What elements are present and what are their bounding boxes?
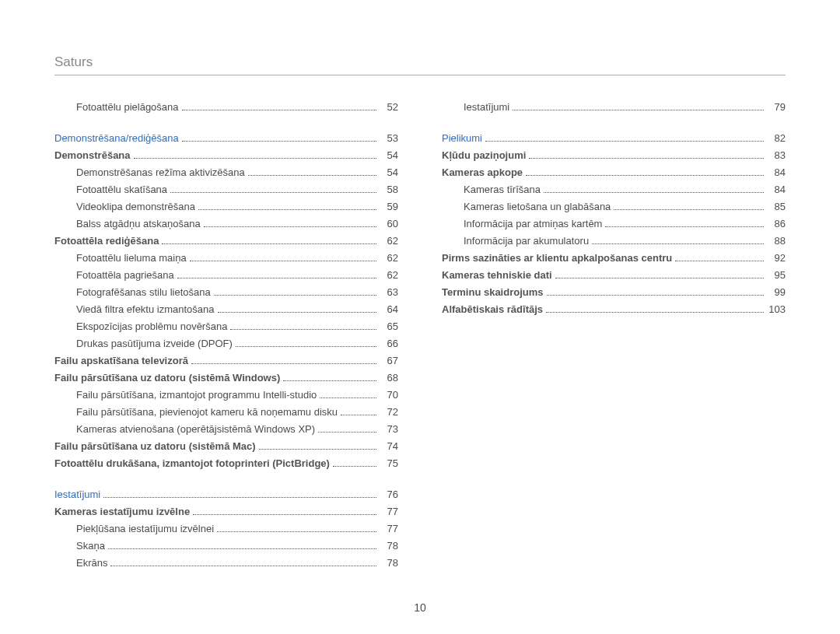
toc-entry[interactable]: Kameras atvienošana (operētājsistēmā Win… — [54, 421, 398, 438]
toc-leader-dots — [177, 270, 376, 278]
toc-entry[interactable]: Fotoattēlu skatīšana58 — [54, 181, 398, 198]
toc-entry[interactable]: Informācija par akumulatoru88 — [442, 233, 786, 250]
toc-leader-dots — [341, 407, 376, 415]
toc-leader-dots — [675, 253, 764, 261]
toc-entry-page: 60 — [380, 215, 398, 233]
toc-entry[interactable]: Piekļūšana iestatījumu izvēlnei77 — [54, 520, 398, 538]
toc-leader-dots — [108, 541, 376, 549]
toc-entry[interactable]: Kameras tīrīšana84 — [442, 181, 786, 198]
toc-entry[interactable]: Skaņa78 — [54, 538, 398, 555]
toc-entry[interactable]: Ekrāns78 — [54, 555, 398, 572]
toc-entry[interactable]: Videoklipa demonstrēšana59 — [54, 198, 398, 215]
toc-leader-dots — [318, 424, 376, 433]
toc-entry-page: 77 — [380, 520, 398, 538]
toc-entry-page: 79 — [767, 99, 786, 116]
toc-leader-dots — [544, 184, 764, 193]
toc-leader-dots — [592, 236, 764, 244]
toc-entry[interactable]: Kameras apkope84 — [442, 164, 786, 181]
toc-entry[interactable]: Kļūdu paziņojumi83 — [442, 147, 786, 164]
toc-entry-page: 62 — [380, 250, 398, 267]
toc-entry[interactable]: Pielikumi82 — [442, 130, 786, 147]
toc-entry[interactable]: Fotografēšanas stilu lietošana63 — [54, 284, 398, 301]
toc-entry-page: 95 — [767, 267, 786, 284]
toc-entry-page: 88 — [767, 233, 786, 250]
toc-entry[interactable]: Fotoattēlu pielāgošana52 — [54, 99, 398, 116]
toc-entry-label: Drukas pasūtījuma izveide (DPOF) — [76, 335, 233, 352]
toc-entry-label: Fotoattēlu lieluma maiņa — [76, 250, 187, 267]
toc-entry[interactable]: Demonstrēšanas režīma aktivizēšana54 — [54, 164, 398, 181]
toc-entry-label: Demonstrēšana — [54, 147, 131, 164]
toc-entry-label: Piekļūšana iestatījumu izvēlnei — [76, 520, 214, 538]
toc-entry-page: 75 — [380, 455, 398, 472]
toc-leader-dots — [103, 489, 376, 498]
toc-entry[interactable]: Failu pārsūtīšana, pievienojot kameru kā… — [54, 404, 398, 421]
toc-entry[interactable]: Demonstrēšana/rediģēšana53 — [54, 130, 398, 147]
toc-leader-dots — [198, 201, 376, 210]
toc-entry-label: Kameras atvienošana (operētājsistēmā Win… — [76, 421, 315, 438]
toc-entry-page: 52 — [380, 99, 398, 116]
toc-entry[interactable]: Viedā filtra efektu izmantošana64 — [54, 301, 398, 318]
toc-entry[interactable]: Demonstrēšana54 — [54, 147, 398, 164]
toc-entry-page: 74 — [380, 438, 398, 455]
toc-entry-label: Ekrāns — [76, 555, 107, 572]
toc-entry[interactable]: Iestatījumi76 — [54, 486, 398, 503]
toc-entry[interactable]: Pirms sazināties ar klientu apkalpošanas… — [442, 250, 786, 267]
toc-entry-label: Fotoattēlu drukāšana, izmantojot fotopri… — [54, 455, 330, 472]
toc-entry-label: Alfabētiskais rādītājs — [442, 301, 543, 318]
toc-entry-label: Ekspozīcijas problēmu novēršana — [76, 318, 227, 335]
toc-entry-page: 63 — [380, 284, 398, 301]
toc-leader-dots — [230, 321, 376, 330]
toc-entry[interactable]: Terminu skaidrojums99 — [442, 284, 786, 301]
toc-entry-label: Viedā filtra efektu izmantošana — [76, 301, 215, 318]
toc-entry-page: 53 — [380, 130, 398, 147]
toc-entry-label: Videoklipa demonstrēšana — [76, 198, 195, 215]
toc-entry[interactable]: Iestatījumi79 — [442, 99, 786, 116]
toc-entry-label: Terminu skaidrojums — [442, 284, 544, 301]
toc-entry-page: 82 — [767, 130, 786, 147]
toc-entry[interactable]: Fotoattēlu lieluma maiņa62 — [54, 250, 398, 267]
toc-entry-label: Fotoattēla pagriešana — [76, 267, 174, 284]
toc-entry[interactable]: Failu pārsūtīšana uz datoru (sistēmā Win… — [54, 370, 398, 387]
toc-entry-page: 84 — [767, 164, 786, 181]
toc-entry-page: 54 — [380, 147, 398, 164]
toc-entry-page: 78 — [380, 538, 398, 555]
toc-entry[interactable]: Fotoattēla pagriešana62 — [54, 267, 398, 284]
toc-entry[interactable]: Kameras tehniskie dati95 — [442, 267, 786, 284]
toc-entry-page: 86 — [767, 215, 786, 233]
toc-entry[interactable]: Kameras lietošana un glabāšana85 — [442, 198, 786, 215]
toc-entry[interactable]: Failu pārsūtīšana, izmantojot programmu … — [54, 387, 398, 404]
toc-entry[interactable]: Kameras iestatījumu izvēlne77 — [54, 503, 398, 520]
toc-entry[interactable]: Alfabētiskais rādītājs103 — [442, 301, 786, 318]
toc-entry-page: 70 — [380, 387, 398, 404]
toc-entry-label: Kameras lietošana un glabāšana — [464, 198, 611, 215]
toc-leader-dots — [546, 304, 764, 313]
toc-entry-page: 66 — [380, 335, 398, 352]
toc-entry-page: 67 — [380, 352, 398, 370]
toc-entry-label: Failu pārsūtīšana uz datoru (sistēmā Mac… — [54, 438, 256, 455]
toc-entry[interactable]: Fotoattēla rediģēšana62 — [54, 233, 398, 250]
page-number: 10 — [0, 601, 840, 614]
toc-leader-dots — [320, 390, 376, 398]
toc-leader-dots — [248, 167, 376, 176]
toc-entry-page: 62 — [380, 267, 398, 284]
toc-entry[interactable]: Informācija par atmiņas kartēm86 — [442, 215, 786, 233]
toc-entry-label: Iestatījumi — [54, 486, 100, 503]
toc-entry-label: Pielikumi — [442, 130, 482, 147]
toc-entry[interactable]: Failu apskatīšana televizorā67 — [54, 352, 398, 370]
toc-leader-dots — [555, 270, 764, 278]
toc-entry-label: Fotoattēlu pielāgošana — [76, 99, 179, 116]
toc-entry-page: 92 — [767, 250, 786, 267]
toc-entry[interactable]: Ekspozīcijas problēmu novēršana65 — [54, 318, 398, 335]
toc-entry-label: Demonstrēšanas režīma aktivizēšana — [76, 164, 245, 181]
toc-entry-label: Failu apskatīšana televizorā — [54, 352, 188, 370]
toc-leader-dots — [236, 338, 376, 347]
toc-entry-page: 62 — [380, 233, 398, 250]
toc-entry[interactable]: Failu pārsūtīšana uz datoru (sistēmā Mac… — [54, 438, 398, 455]
toc-spacer — [54, 116, 398, 130]
toc-entry[interactable]: Drukas pasūtījuma izveide (DPOF)66 — [54, 335, 398, 352]
toc-entry[interactable]: Balss atgādņu atskaņošana60 — [54, 215, 398, 233]
toc-leader-dots — [259, 441, 376, 450]
toc-spacer — [442, 116, 786, 130]
toc-entry[interactable]: Fotoattēlu drukāšana, izmantojot fotopri… — [54, 455, 398, 472]
toc-entry-label: Fotoattēlu skatīšana — [76, 181, 167, 198]
